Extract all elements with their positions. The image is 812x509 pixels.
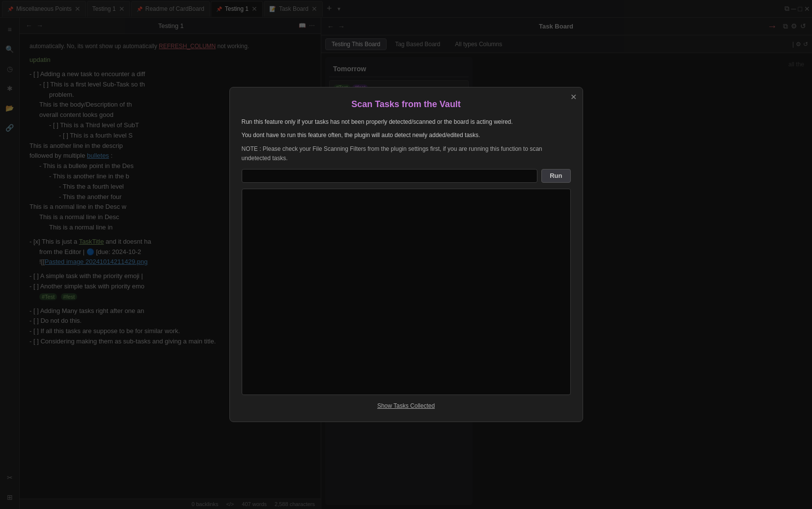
modal-title: Scan Tasks from the Vault	[242, 99, 571, 110]
scan-tasks-modal: ✕ Scan Tasks from the Vault Run this fea…	[229, 87, 583, 422]
modal-terminal	[242, 189, 571, 395]
modal-footer: Show Tasks Collected	[242, 401, 571, 410]
modal-desc2: You dont have to run this feature often,…	[242, 131, 571, 140]
modal-progress-input[interactable]	[242, 169, 538, 183]
modal-close-btn[interactable]: ✕	[570, 93, 577, 101]
modal-show-tasks-btn[interactable]: Show Tasks Collected	[377, 402, 435, 409]
modal-body: Run this feature only if your tasks has …	[242, 117, 571, 163]
modal-note: NOTE : Please check your File Scanning F…	[242, 144, 571, 163]
modal-input-row: Run	[242, 169, 571, 183]
modal-run-btn[interactable]: Run	[541, 169, 570, 183]
modal-desc1: Run this feature only if your tasks has …	[242, 117, 571, 127]
modal-overlay[interactable]: ✕ Scan Tasks from the Vault Run this fea…	[0, 0, 812, 509]
